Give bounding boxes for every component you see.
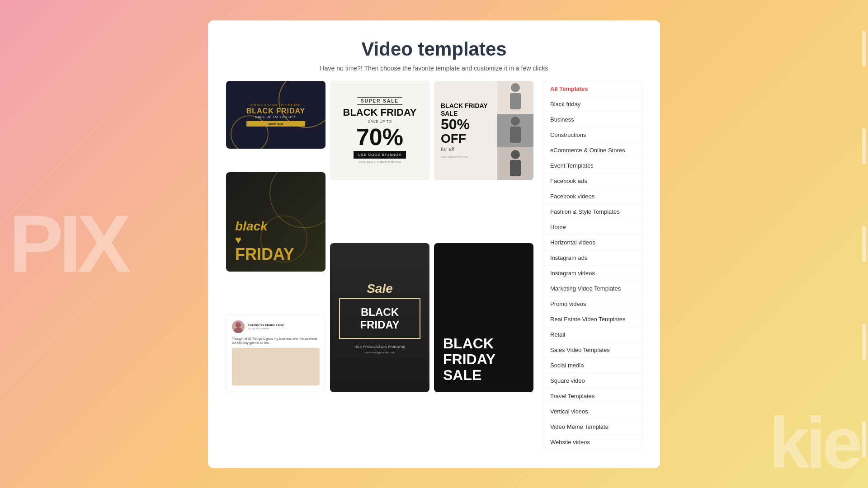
sidebar-item-facebook-ads[interactable]: Facebook ads [543,174,642,189]
card1-title: BLACK FRIDAY [246,107,306,115]
svg-point-6 [236,322,241,328]
sidebar-item-facebook-videos[interactable]: Facebook videos [543,189,642,204]
sidebar-item-all-templates[interactable]: All Templates [543,81,642,97]
right-decorative-bars [860,0,868,488]
card6-line3: SALE [443,367,481,383]
sidebar-item-sales-video[interactable]: Sales Video Templates [543,343,642,358]
page-title: Video templates [226,38,642,60]
page-header: Video templates Have no time?! Then choo… [226,38,642,72]
svg-rect-1 [510,93,521,109]
person-silhouette-3 [497,147,533,180]
card5-box: BLACK FRIDAY [339,298,420,339]
card1-exclusive: EXCLUSIVE OFFERS [246,103,306,107]
svg-rect-3 [510,127,521,143]
sidebar-item-event-templates[interactable]: Event Templates [543,158,642,174]
sidebar-item-home[interactable]: Home [543,220,642,235]
card2-percent: 70% [356,125,403,149]
sidebar-item-website-videos[interactable]: Website videos [543,435,642,450]
svg-point-2 [511,117,520,126]
sidebar-list: All TemplatesBlack fridayBusinessConstru… [542,81,642,450]
card3-title: BLACK FRIDAY SALE [441,102,491,117]
sidebar-item-video-meme[interactable]: Video Meme Template [543,419,642,435]
right-bar-5 [862,421,866,457]
card7-header: Business Name Here Email My website [232,320,320,333]
card3-photo-3 [497,147,533,180]
svg-point-0 [511,83,520,92]
sidebar-item-instagram-ads[interactable]: Instagram ads [543,250,642,266]
sidebar-item-real-estate[interactable]: Real Estate Video Templates [543,312,642,327]
card6-title: BLACK FRIDAY SALE [443,336,495,384]
logo-text-right: kie [769,407,859,479]
card7-info: Business Name Here Email My website [248,323,284,330]
svg-rect-5 [510,160,521,176]
template-card-bf-gold[interactable]: black ♥ FRIDAY [226,172,326,272]
sidebar-item-social-media[interactable]: Social media [543,358,642,373]
card5-bf: BLACK FRIDAY [349,306,410,331]
card3-url: REALLYGREATSITE.COM [441,156,491,159]
card7-handle: Email My website [248,327,284,330]
svg-point-7 [234,328,243,333]
card5-url: www.realllygreatsite.com [365,351,395,354]
card7-image [232,348,320,385]
template-card-social-post[interactable]: Business Name Here Email My website Thou… [226,314,326,391]
logo-watermark-right: kie [732,307,868,488]
main-container: Video templates Have no time?! Then choo… [208,20,660,468]
person-silhouette-1 [497,81,533,114]
card4-black: black [235,219,268,234]
card2-url: WWW.REALLLYGREATSITE.COM [359,161,401,164]
card6-line2: FRIDAY [443,351,495,367]
card7-text: Thought of 30 Things to grow my business… [232,337,320,346]
template-card-bf-bold[interactable]: BLACK FRIDAY SALE [434,243,533,392]
template-card-black-friday-dark[interactable]: EXCLUSIVE OFFERS BLACK FRIDAY SALE UP TO… [226,81,326,149]
sidebar-item-vertical-videos[interactable]: Vertical videos [543,404,642,419]
sidebar-item-fashion-style[interactable]: Fashion & Style Templates [543,204,642,220]
person-silhouette-2 [497,114,533,147]
card1-text: EXCLUSIVE OFFERS BLACK FRIDAY SALE UP TO… [246,103,306,127]
right-bar-4 [862,324,866,360]
card3-off: OFF [441,131,491,146]
card2-code: USE CODE BF25NOV [354,151,406,159]
sidebar-item-retail[interactable]: Retail [543,327,642,343]
right-bar-2 [862,128,866,164]
sidebar-item-horizontal-videos[interactable]: Horizontal videos [543,235,642,250]
template-card-super-sale[interactable]: SUPER SALE BLACK FRIDAY SAVE UP TO 70% U… [330,81,429,180]
card3-forall: for all [441,146,491,152]
templates-grid: EXCLUSIVE OFFERS BLACK FRIDAY SALE UP TO… [226,81,533,450]
sidebar-item-instagram-videos[interactable]: Instagram videos [543,266,642,281]
card5-code: USE PROMOCODE FRIDAY30 [354,345,405,349]
template-card-sale-bf[interactable]: Sale BLACK FRIDAY USE PROMOCODE FRIDAY30… [330,243,429,392]
sidebar-item-travel-templates[interactable]: Travel Templates [543,389,642,404]
card7-business-name: Business Name Here [248,323,284,327]
template-card-bf-collage[interactable]: BLACK FRIDAY SALE 50% OFF for all REALLY… [434,81,533,180]
card3-photo-1 [497,81,533,114]
sidebar-item-constructions[interactable]: Constructions [543,127,642,143]
sidebar-item-square-video[interactable]: Square video [543,373,642,389]
card5-sale: Sale [367,282,393,296]
logo-text-left: PIX [9,203,127,285]
card2-save: SAVE UP TO [368,119,392,124]
sidebar-item-marketing-video[interactable]: Marketing Video Templates [543,281,642,296]
sidebar: All TemplatesBlack fridayBusinessConstru… [542,81,642,450]
sidebar-item-promo-videos[interactable]: Promo videos [543,296,642,312]
card1-button: SHOP NOW [246,121,306,127]
card3-photos [497,81,533,180]
content-area: EXCLUSIVE OFFERS BLACK FRIDAY SALE UP TO… [226,81,642,450]
svg-point-4 [511,150,520,159]
card2-bf: BLACK FRIDAY [343,107,417,118]
logo-watermark-left: PIX [0,0,108,488]
card4-heart: ♥ [235,234,241,246]
sidebar-item-ecommerce[interactable]: eCommerce & Online Stores [543,143,642,158]
card1-subtitle: SALE UP TO 80% OFF [246,115,306,118]
sidebar-item-business[interactable]: Business [543,112,642,127]
card4-friday: FRIDAY [235,246,294,263]
sidebar-item-black-friday[interactable]: Black friday [543,97,642,112]
card3-percent: 50% [441,117,491,131]
page-subtitle: Have no time?! Then choose the favorite … [226,65,642,72]
card2-super: SUPER SALE [357,97,402,105]
right-bar-1 [862,31,866,67]
right-bar-3 [862,226,866,262]
card6-line1: BLACK [443,335,494,352]
card3-left: BLACK FRIDAY SALE 50% OFF for all REALLY… [434,81,497,180]
card3-photo-2 [497,114,533,147]
card7-avatar [232,320,245,333]
